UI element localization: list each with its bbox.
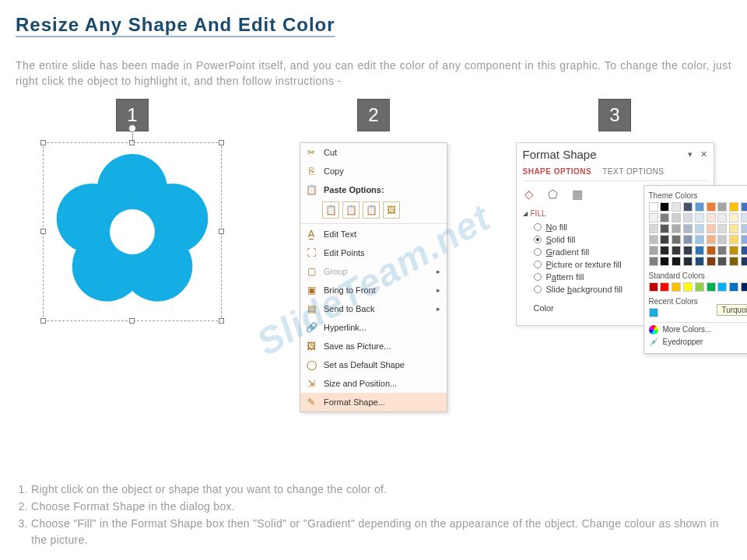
color-swatch[interactable] bbox=[717, 224, 727, 233]
color-swatch[interactable] bbox=[660, 246, 669, 255]
color-swatch[interactable] bbox=[741, 213, 747, 222]
color-swatch[interactable] bbox=[695, 246, 704, 255]
ctx-set-default[interactable]: ◯Set as Default Shape bbox=[300, 355, 447, 374]
ctx-size-position[interactable]: ⇲Size and Position... bbox=[300, 374, 447, 393]
color-swatch[interactable] bbox=[741, 257, 747, 266]
close-icon[interactable]: ✕ bbox=[700, 149, 707, 159]
color-swatch[interactable] bbox=[729, 224, 738, 233]
eyedropper[interactable]: 💉Eyedropper bbox=[649, 336, 748, 348]
fill-line-icon[interactable]: ◇ bbox=[524, 187, 534, 201]
color-swatch[interactable] bbox=[707, 224, 716, 233]
color-swatch[interactable] bbox=[672, 257, 681, 266]
resize-handle[interactable] bbox=[219, 229, 224, 234]
ctx-copy[interactable]: ⎘Copy bbox=[300, 162, 447, 180]
color-swatch[interactable] bbox=[672, 246, 681, 255]
color-swatch[interactable] bbox=[695, 257, 704, 266]
tab-shape-options[interactable]: SHAPE OPTIONS bbox=[523, 167, 592, 176]
selected-shape-box[interactable] bbox=[43, 142, 222, 321]
color-swatch[interactable] bbox=[729, 235, 738, 244]
color-swatch[interactable] bbox=[717, 235, 727, 244]
color-swatch[interactable] bbox=[660, 235, 669, 244]
color-swatch[interactable] bbox=[695, 224, 704, 233]
color-swatch[interactable] bbox=[707, 282, 716, 292]
color-swatch[interactable] bbox=[695, 213, 704, 222]
color-swatch[interactable] bbox=[741, 224, 747, 233]
color-swatch[interactable] bbox=[683, 257, 693, 266]
color-swatch[interactable] bbox=[683, 282, 693, 292]
ctx-hyperlink[interactable]: 🔗Hyperlink... bbox=[300, 318, 447, 337]
effects-icon[interactable]: ⬠ bbox=[548, 187, 558, 201]
color-swatch[interactable] bbox=[672, 235, 681, 244]
color-swatch[interactable] bbox=[649, 224, 658, 233]
ctx-bring-front[interactable]: ▣Bring to Front▸ bbox=[300, 281, 447, 299]
resize-handle[interactable] bbox=[40, 229, 46, 234]
color-swatch[interactable] bbox=[707, 246, 716, 255]
color-swatch[interactable] bbox=[741, 282, 747, 292]
color-swatch[interactable] bbox=[707, 213, 716, 222]
resize-handle[interactable] bbox=[219, 140, 224, 145]
resize-handle[interactable] bbox=[129, 318, 135, 324]
resize-handle[interactable] bbox=[219, 318, 224, 324]
color-swatch[interactable] bbox=[660, 202, 669, 212]
color-swatch[interactable] bbox=[707, 202, 716, 212]
color-swatch[interactable] bbox=[729, 213, 738, 222]
paste-option-icon[interactable]: 📋 bbox=[342, 201, 359, 219]
color-swatch[interactable] bbox=[695, 235, 704, 244]
color-swatch[interactable] bbox=[649, 202, 658, 212]
color-swatch[interactable] bbox=[672, 202, 681, 212]
send-back-icon: ▤ bbox=[305, 303, 317, 315]
color-swatch[interactable] bbox=[729, 282, 738, 292]
resize-handle[interactable] bbox=[40, 140, 46, 145]
color-swatch[interactable] bbox=[717, 213, 727, 222]
resize-handle[interactable] bbox=[40, 318, 46, 324]
color-swatch[interactable] bbox=[683, 213, 693, 222]
tab-text-options[interactable]: TEXT OPTIONS bbox=[602, 167, 664, 176]
paste-option-icon[interactable]: 🖼 bbox=[383, 201, 400, 219]
paste-option-icon[interactable]: 📋 bbox=[363, 201, 380, 219]
color-swatch[interactable] bbox=[672, 282, 681, 292]
color-swatch[interactable] bbox=[741, 202, 747, 212]
color-swatch[interactable] bbox=[672, 224, 681, 233]
color-swatch[interactable] bbox=[660, 257, 669, 266]
paste-option-icon[interactable]: 📋 bbox=[322, 201, 339, 219]
color-swatch[interactable] bbox=[683, 202, 693, 212]
ctx-format-shape[interactable]: ✎Format Shape... bbox=[300, 393, 447, 411]
color-swatch[interactable] bbox=[729, 202, 738, 212]
color-swatch[interactable] bbox=[729, 246, 738, 255]
color-swatch[interactable] bbox=[660, 213, 669, 222]
color-swatch[interactable] bbox=[683, 224, 693, 233]
color-swatch[interactable] bbox=[717, 246, 727, 255]
color-swatch[interactable] bbox=[683, 246, 693, 255]
color-swatch[interactable] bbox=[717, 282, 727, 292]
color-swatch[interactable] bbox=[649, 257, 658, 266]
rotate-handle[interactable] bbox=[128, 124, 136, 132]
color-swatch[interactable] bbox=[729, 257, 738, 266]
chevron-down-icon[interactable]: ▾ bbox=[688, 149, 693, 159]
color-swatch[interactable] bbox=[649, 235, 658, 244]
color-swatch[interactable] bbox=[741, 246, 747, 255]
color-swatch[interactable] bbox=[649, 308, 658, 317]
ctx-save-picture[interactable]: 🖼Save as Picture... bbox=[300, 337, 447, 355]
color-swatch[interactable] bbox=[707, 257, 716, 266]
ctx-edit-points[interactable]: ⛶Edit Points bbox=[300, 243, 447, 262]
color-swatch[interactable] bbox=[695, 202, 704, 212]
ctx-edit-text[interactable]: A̲Edit Text bbox=[300, 225, 447, 243]
size-props-icon[interactable]: ▦ bbox=[572, 187, 583, 201]
color-swatch[interactable] bbox=[741, 235, 747, 244]
color-swatch[interactable] bbox=[649, 246, 658, 255]
more-colors[interactable]: More Colors... bbox=[649, 324, 748, 336]
color-swatch[interactable] bbox=[660, 282, 669, 292]
ctx-cut[interactable]: ✂Cut bbox=[300, 143, 447, 162]
ctx-group[interactable]: ▢Group▸ bbox=[300, 262, 447, 281]
color-swatch[interactable] bbox=[649, 213, 658, 222]
color-swatch[interactable] bbox=[649, 282, 658, 292]
color-swatch[interactable] bbox=[660, 224, 669, 233]
color-swatch[interactable] bbox=[683, 235, 693, 244]
ctx-send-back[interactable]: ▤Send to Back▸ bbox=[300, 299, 447, 318]
color-swatch[interactable] bbox=[707, 235, 716, 244]
color-swatch[interactable] bbox=[717, 202, 727, 212]
color-swatch[interactable] bbox=[672, 213, 681, 222]
color-swatch[interactable] bbox=[717, 257, 727, 266]
color-swatch[interactable] bbox=[695, 282, 704, 292]
eyedropper-label: Eyedropper bbox=[663, 338, 703, 346]
